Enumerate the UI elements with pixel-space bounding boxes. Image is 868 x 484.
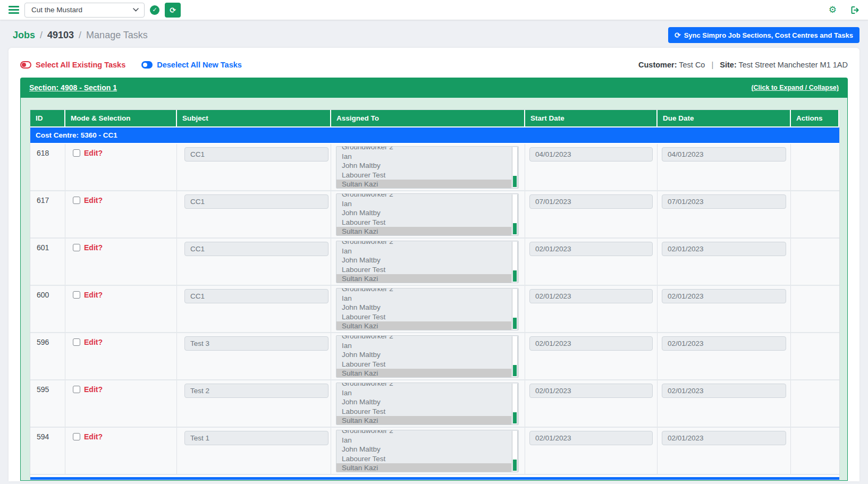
subject-input[interactable] [184, 242, 328, 256]
sync-icon: ⟳ [170, 6, 176, 14]
assignee-option[interactable]: Groundworker 2 [336, 288, 518, 294]
assignee-option[interactable]: John Maltby [336, 208, 518, 218]
assignee-option[interactable]: Groundworker 2 [336, 335, 518, 341]
company-select[interactable]: Cut the Mustard [24, 3, 145, 18]
assigned-to-select[interactable]: Groundworker 2 Ian John Maltby Labourer … [336, 288, 519, 330]
edit-checkbox[interactable] [73, 291, 80, 299]
due-date-input[interactable] [662, 242, 786, 256]
edit-checkbox[interactable] [73, 433, 80, 440]
sync-simpro-button[interactable]: ⟳ Sync Simpro Job Sections, Cost Centres… [668, 27, 859, 43]
assignee-option[interactable]: Groundworker 2 [336, 430, 518, 436]
assignee-option-selected[interactable]: Sultan Kazi [336, 463, 511, 472]
expand-collapse-link[interactable]: (Click to Expand / Collapse) [751, 84, 839, 91]
assigned-to-select[interactable]: Groundworker 2 Ian John Maltby Labourer … [336, 146, 519, 189]
assignee-option[interactable]: Ian [336, 199, 518, 209]
settings-gear-icon[interactable]: ⚙ [829, 5, 837, 14]
select-all-existing-link[interactable]: Select All Existing Tasks [20, 61, 125, 69]
assigned-to-select[interactable]: Groundworker 2 Ian John Maltby Labourer … [336, 241, 519, 283]
assignee-option-selected[interactable]: Sultan Kazi [336, 416, 511, 425]
assigned-to-select[interactable]: Groundworker 2 Ian John Maltby Labourer … [336, 335, 519, 378]
subject-input[interactable] [184, 289, 328, 303]
start-date-input[interactable] [529, 384, 653, 398]
refresh-button[interactable]: ⟳ [165, 3, 181, 18]
assigned-to-select[interactable]: Groundworker 2 Ian John Maltby Labourer … [336, 193, 519, 236]
start-date-input[interactable] [529, 336, 653, 351]
sync-simpro-button-label: Sync Simpro Job Sections, Cost Centres a… [684, 31, 853, 39]
assignee-option[interactable]: Labourer Test [336, 407, 518, 417]
subject-input[interactable] [184, 384, 328, 398]
select-scrollbar[interactable] [512, 242, 518, 282]
start-date-input[interactable] [529, 242, 653, 256]
select-scrollbar-thumb[interactable] [513, 365, 517, 376]
task-id: 595 [30, 380, 65, 427]
select-scrollbar[interactable] [512, 336, 518, 377]
breadcrumb-jobs-link[interactable]: Jobs [13, 30, 35, 41]
select-scrollbar[interactable] [512, 431, 518, 471]
assignee-option[interactable]: Ian [336, 294, 518, 303]
assigned-to-select[interactable]: Groundworker 2 Ian John Maltby Labourer … [336, 430, 519, 472]
start-date-input[interactable] [529, 289, 653, 303]
select-scrollbar[interactable] [512, 147, 518, 188]
assignee-option[interactable]: Groundworker 2 [336, 193, 518, 199]
assignee-option-selected[interactable]: Sultan Kazi [336, 180, 511, 189]
assignee-option[interactable]: Ian [336, 388, 518, 398]
edit-checkbox[interactable] [73, 149, 80, 157]
assignee-option[interactable]: Labourer Test [336, 171, 518, 180]
assignee-option[interactable]: John Maltby [336, 161, 518, 171]
subject-input[interactable] [184, 336, 328, 351]
assignee-option[interactable]: Groundworker 2 [336, 146, 518, 152]
start-date-input[interactable] [529, 194, 653, 209]
select-scrollbar-thumb[interactable] [513, 270, 517, 282]
hamburger-menu-icon[interactable] [9, 6, 19, 14]
assignee-option[interactable]: Ian [336, 247, 518, 256]
edit-checkbox[interactable] [73, 338, 80, 346]
due-date-input[interactable] [662, 194, 786, 209]
select-scrollbar[interactable] [512, 194, 518, 235]
edit-checkbox[interactable] [73, 197, 80, 204]
due-date-input[interactable] [662, 147, 786, 162]
deselect-all-new-link[interactable]: Deselect All New Tasks [141, 61, 242, 69]
assignee-option[interactable]: John Maltby [336, 350, 518, 360]
assignee-option-selected[interactable]: Sultan Kazi [336, 227, 511, 236]
assignee-options: Groundworker 2 Ian John Maltby Labourer … [336, 146, 518, 189]
section-title-link[interactable]: Section: 4908 - Section 1 [29, 83, 117, 92]
subject-input[interactable] [184, 147, 328, 162]
select-scrollbar[interactable] [512, 289, 518, 329]
assignee-option[interactable]: John Maltby [336, 303, 518, 312]
due-date-input[interactable] [662, 384, 786, 398]
select-scrollbar-thumb[interactable] [513, 460, 517, 471]
assignee-option[interactable]: Groundworker 2 [336, 383, 518, 388]
assignee-option-selected[interactable]: Sultan Kazi [336, 321, 511, 330]
edit-checkbox[interactable] [73, 386, 80, 393]
assignee-option[interactable]: Groundworker 2 [336, 241, 518, 247]
select-scrollbar-thumb[interactable] [513, 223, 517, 234]
assignee-option[interactable]: Ian [336, 436, 518, 445]
due-date-input[interactable] [662, 336, 786, 351]
assignee-option-selected[interactable]: Sultan Kazi [336, 369, 511, 378]
select-scrollbar-thumb[interactable] [513, 176, 517, 187]
assignee-option[interactable]: John Maltby [336, 445, 518, 454]
subject-input[interactable] [184, 194, 328, 209]
assignee-option[interactable]: John Maltby [336, 397, 518, 407]
assignee-option[interactable]: Labourer Test [336, 454, 518, 464]
start-date-input[interactable] [529, 431, 653, 445]
assignee-option[interactable]: Labourer Test [336, 312, 518, 322]
assigned-to-select[interactable]: Groundworker 2 Ian John Maltby Labourer … [336, 383, 519, 425]
sign-out-icon[interactable] [850, 6, 859, 14]
assignee-option[interactable]: Labourer Test [336, 218, 518, 227]
assignee-option[interactable]: Ian [336, 152, 518, 162]
due-date-input[interactable] [662, 289, 786, 303]
subject-input[interactable] [184, 431, 328, 445]
select-scrollbar[interactable] [512, 384, 518, 424]
assignee-option[interactable]: John Maltby [336, 256, 518, 265]
select-scrollbar-thumb[interactable] [513, 412, 517, 423]
start-date-input[interactable] [529, 147, 653, 162]
assignee-option-selected[interactable]: Sultan Kazi [336, 274, 511, 283]
assignee-option[interactable]: Ian [336, 341, 518, 351]
section-header[interactable]: Section: 4908 - Section 1 (Click to Expa… [20, 78, 848, 98]
assignee-option[interactable]: Labourer Test [336, 360, 518, 369]
select-scrollbar-thumb[interactable] [513, 318, 517, 329]
edit-checkbox[interactable] [73, 244, 80, 251]
assignee-option[interactable]: Labourer Test [336, 265, 518, 275]
due-date-input[interactable] [662, 431, 786, 445]
